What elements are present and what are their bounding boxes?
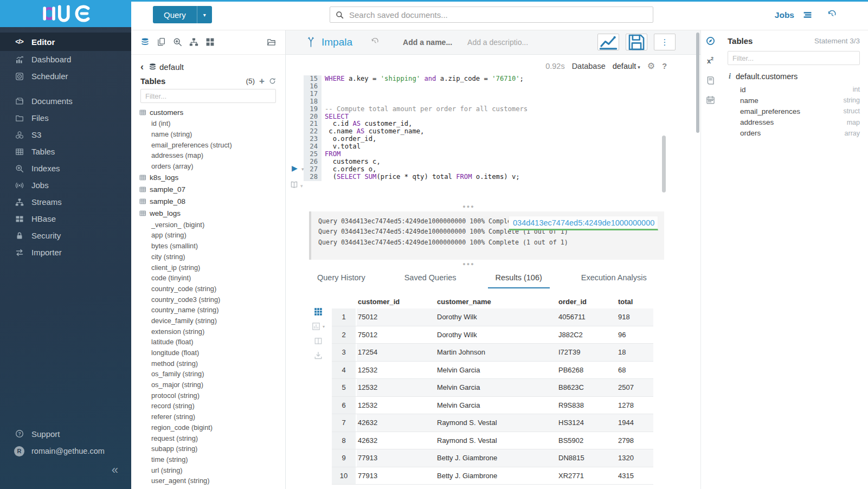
right-column-id[interactable]: idint <box>728 84 860 95</box>
engine-name[interactable]: Impala <box>322 36 352 48</box>
sidebar-item-streams[interactable]: Streams <box>0 194 131 210</box>
assist-table-k8s-logs[interactable]: k8s_logs <box>131 171 285 183</box>
chart-button[interactable] <box>597 34 619 50</box>
right-filter-input[interactable] <box>728 51 860 65</box>
assist-column[interactable]: region_code (bigint) <box>131 422 285 433</box>
sidebar-item-support[interactable]: ? Support <box>0 425 131 442</box>
assist-column[interactable]: bytes (smallint) <box>131 241 285 252</box>
add-table-button[interactable]: + <box>259 76 265 86</box>
table-row[interactable]: 612532Melvin GarciaR9S8381278 <box>332 397 653 415</box>
assist-column[interactable]: method (string) <box>131 358 285 369</box>
query-id-overlay[interactable]: 034d413ec7474ed5:4249de1000000000 <box>509 216 658 230</box>
assist-column[interactable]: city (string) <box>131 252 285 262</box>
book-options-caret[interactable]: ▾ <box>300 183 303 189</box>
active-table-row[interactable]: i default.customers <box>728 72 860 81</box>
query-description-placeholder[interactable]: Add a descriptio... <box>467 38 528 47</box>
code-line[interactable]: 27 c.orders o, <box>286 166 700 173</box>
assist-table-web-logs[interactable]: web_logs <box>131 207 285 219</box>
hue-logo[interactable] <box>0 0 131 27</box>
assist-column[interactable]: addresses (map) <box>131 150 285 161</box>
columns-icon[interactable] <box>312 337 325 345</box>
assist-column[interactable]: app (string) <box>131 230 285 241</box>
sitemap-icon[interactable] <box>189 37 198 47</box>
assist-column[interactable]: longitude (float) <box>131 348 285 358</box>
sidebar-item-dashboard[interactable]: Dashboard <box>0 51 131 68</box>
code-line[interactable]: 26 customers c, <box>286 158 700 166</box>
right-column-orders[interactable]: ordersarray <box>728 128 860 139</box>
save-button[interactable] <box>626 34 647 50</box>
databases-icon[interactable] <box>140 37 150 47</box>
assist-column[interactable]: device_family (string) <box>131 316 285 326</box>
sidebar-item-user[interactable]: R romain@gethue.com <box>0 442 131 460</box>
sidebar-collapse-button[interactable]: « <box>112 464 118 476</box>
query-button[interactable]: Query ▾ <box>153 6 212 23</box>
help-icon[interactable]: ? <box>662 62 667 70</box>
assist-table-sample-07[interactable]: sample_07 <box>131 183 285 195</box>
history-icon[interactable] <box>371 38 379 46</box>
sidebar-item-indexes[interactable]: Indexes <box>0 160 131 177</box>
assist-column[interactable]: record (string) <box>131 401 285 411</box>
assist-filter-input[interactable] <box>140 89 276 103</box>
history-icon[interactable] <box>827 10 837 20</box>
sql-editor[interactable]: 15WHERE a.key = 'shipping' and a.zip_cod… <box>286 75 700 181</box>
folder-icon[interactable] <box>267 37 276 47</box>
download-icon[interactable] <box>312 351 325 360</box>
code-line[interactable]: 22 c.name AS customer_name, <box>286 128 700 136</box>
assist-column[interactable]: code (tinyint) <box>131 273 285 284</box>
table-row[interactable]: 412532Melvin GarciaPB626868 <box>332 362 653 379</box>
table-row[interactable]: 1077913Betty J. GiambroneXR27714315 <box>332 467 653 485</box>
assist-column[interactable]: subapp (string) <box>131 443 285 454</box>
table-row[interactable]: 742632Raymond S. VestalHS31241944 <box>332 414 653 432</box>
sidebar-item-security[interactable]: Security <box>0 227 131 244</box>
more-actions-button[interactable]: ⋮ <box>654 34 676 50</box>
functions-x2-icon[interactable]: x2 <box>707 56 713 66</box>
table-row[interactable]: 977913Betty J. GiambroneDN88151320 <box>332 449 653 467</box>
right-column-addresses[interactable]: addressesmap <box>728 117 860 128</box>
code-line[interactable]: 18 <box>286 98 700 106</box>
grid-view-icon[interactable] <box>312 307 325 316</box>
tab-saved-queries[interactable]: Saved Queries <box>397 273 464 288</box>
chart-view-icon[interactable] <box>312 322 320 331</box>
sidebar-item-scheduler[interactable]: Scheduler <box>0 68 131 85</box>
query-dropdown-caret[interactable]: ▾ <box>197 6 212 23</box>
tab-results-106[interactable]: Results (106) <box>488 273 550 288</box>
sidebar-item-jobs[interactable]: Jobs <box>0 177 131 194</box>
results-column-header[interactable]: customer_name <box>436 298 557 306</box>
results-column-header[interactable]: customer_id <box>357 298 436 306</box>
tab-query-history[interactable]: Query History <box>310 273 373 288</box>
jobs-link[interactable]: Jobs <box>775 10 794 20</box>
assist-column[interactable]: referer (string) <box>131 411 285 422</box>
right-column-name[interactable]: namestring <box>728 95 860 106</box>
sidebar-item-editor[interactable]: </>Editor <box>0 33 131 51</box>
code-line[interactable]: 15WHERE a.key = 'shipping' and a.zip_cod… <box>286 75 700 83</box>
assist-column[interactable]: name (string) <box>131 129 285 140</box>
sidebar-item-importer[interactable]: Importer <box>0 244 131 261</box>
table-row[interactable]: 512532Melvin GarciaB8623C2507 <box>332 379 653 397</box>
editor-scrollbar-thumb[interactable] <box>662 136 666 192</box>
table-row[interactable]: 842632Raymond S. VestalBS59022798 <box>332 432 653 450</box>
code-line[interactable]: 21 c.id AS customer_id, <box>286 120 700 128</box>
assist-column[interactable]: protocol (string) <box>131 390 285 401</box>
assist-column[interactable]: country_name (string) <box>131 305 285 316</box>
assist-table-customers[interactable]: customers <box>131 106 285 118</box>
assist-column[interactable]: latitude (float) <box>131 337 285 348</box>
code-line[interactable]: 17 <box>286 91 700 98</box>
assist-column[interactable]: extension (string) <box>131 326 285 337</box>
settings-gear-icon[interactable]: ⚙ <box>647 61 655 71</box>
assist-column[interactable]: os_major (string) <box>131 379 285 390</box>
tab-execution-analysis[interactable]: Execution Analysis <box>574 273 654 288</box>
assist-column[interactable]: email_preferences (struct) <box>131 139 285 150</box>
query-name-placeholder[interactable]: Add a name... <box>403 38 452 47</box>
database-name[interactable]: default <box>159 62 184 72</box>
assist-column[interactable]: country_code3 (string) <box>131 294 285 305</box>
sidebar-item-tables[interactable]: Tables <box>0 143 131 160</box>
code-line[interactable]: 19-- Compute total amount per order for … <box>286 106 700 113</box>
resize-handle-top[interactable]: ●●● <box>286 204 652 209</box>
sidebar-item-files[interactable]: Files <box>0 110 131 126</box>
assist-column[interactable]: _version_ (bigint) <box>131 219 285 230</box>
open-book-icon[interactable] <box>290 181 298 189</box>
sidebar-item-hbase[interactable]: HBase <box>0 210 131 227</box>
execute-options-caret[interactable]: ▾ <box>301 166 304 172</box>
assist-column[interactable]: url (string) <box>131 465 285 475</box>
language-reference-book-icon[interactable] <box>706 76 715 85</box>
